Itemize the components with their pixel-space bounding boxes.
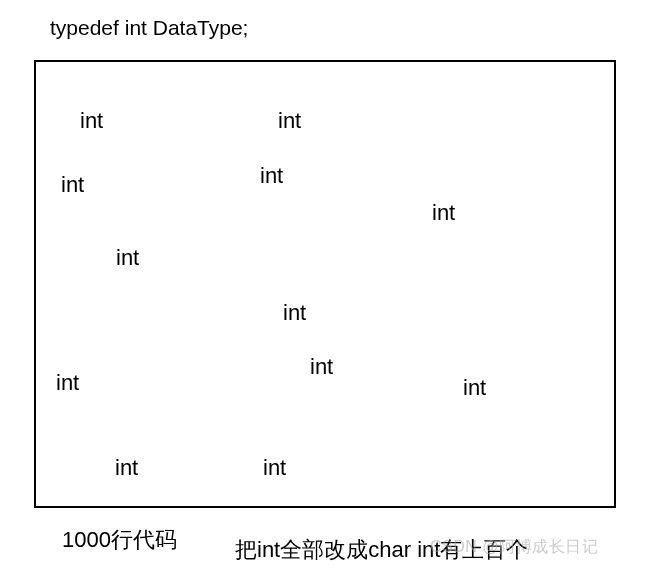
int-label-10: int (115, 455, 138, 481)
int-label-8: int (56, 370, 79, 396)
int-label-1: int (278, 108, 301, 134)
typedef-statement: typedef int DataType; (50, 16, 248, 40)
int-label-4: int (432, 200, 455, 226)
int-label-2: int (61, 172, 84, 198)
int-label-3: int (260, 163, 283, 189)
caption-change-instruction: 把int全部改成char int有上百个 (235, 535, 528, 565)
int-label-0: int (80, 108, 103, 134)
int-label-9: int (463, 375, 486, 401)
int-label-5: int (116, 245, 139, 271)
int-label-11: int (263, 455, 286, 481)
caption-lines-count: 1000行代码 (62, 525, 177, 555)
code-area-box (34, 60, 616, 508)
int-label-6: int (283, 300, 306, 326)
int-label-7: int (310, 354, 333, 380)
